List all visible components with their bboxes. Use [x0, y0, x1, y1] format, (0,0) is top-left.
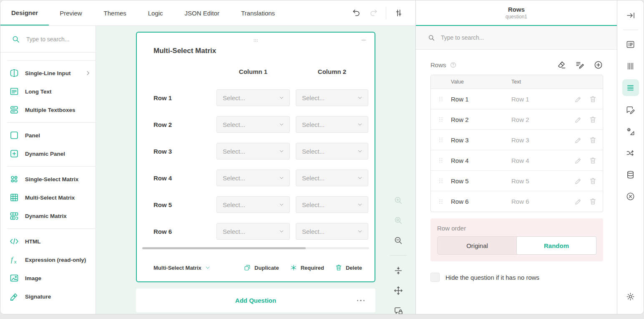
question-title[interactable]: Multi-Select Matrix: [153, 47, 375, 55]
matrix-select-dropdown[interactable]: Select...: [296, 223, 368, 240]
edit-in-text-icon[interactable]: [575, 60, 585, 70]
matrix-select-dropdown[interactable]: Select...: [216, 116, 290, 133]
drag-handle-icon[interactable]: [251, 36, 260, 45]
fit-page-icon[interactable]: [393, 265, 404, 276]
toolbox-item-multiple-textboxes[interactable]: Multiple Textboxes: [0, 101, 96, 119]
collapse-question-icon[interactable]: [359, 35, 369, 45]
validation-icon[interactable]: [622, 188, 639, 205]
general-icon[interactable]: [622, 36, 639, 53]
pan-icon[interactable]: [393, 285, 404, 296]
duplicate-button[interactable]: Duplicate: [244, 264, 279, 271]
toolbox-item-panel[interactable]: Panel: [0, 126, 96, 144]
row-text[interactable]: Row 4: [511, 157, 574, 164]
drag-handle-icon[interactable]: [431, 156, 451, 165]
toolbox-search[interactable]: Type to search...: [0, 26, 96, 53]
data-icon[interactable]: [622, 166, 639, 183]
question-card[interactable]: Multi-Select Matrix Column 1 Column 2 Ro…: [136, 32, 375, 282]
row-value[interactable]: Row 1: [451, 96, 511, 103]
clear-icon[interactable]: [556, 60, 566, 70]
matrix-select-dropdown[interactable]: Select...: [216, 170, 290, 186]
edit-pencil-icon[interactable]: [574, 177, 582, 185]
edit-pencil-icon[interactable]: [574, 136, 582, 144]
matrix-select-dropdown[interactable]: Select...: [296, 196, 368, 213]
scrollbar-thumb[interactable]: [142, 247, 306, 249]
tab-preview[interactable]: Preview: [49, 0, 93, 25]
hide-question-checkbox[interactable]: [430, 273, 440, 282]
collapse-panel-icon[interactable]: [622, 7, 639, 24]
lock-questions-icon[interactable]: [393, 305, 404, 314]
tab-logic[interactable]: Logic: [137, 0, 174, 25]
redo-icon[interactable]: [365, 5, 382, 21]
toolbox-item-expression[interactable]: fx Expression (read-only): [0, 251, 96, 269]
toolbox-item-dynamic-panel[interactable]: Dynamic Panel: [0, 144, 96, 163]
columns-icon[interactable]: [622, 58, 639, 74]
zoom-in-icon[interactable]: [393, 195, 404, 205]
drag-handle-icon[interactable]: [431, 177, 451, 185]
tab-designer[interactable]: Designer: [0, 0, 49, 25]
matrix-select-dropdown[interactable]: Select...: [296, 89, 368, 106]
zoom-actual-icon[interactable]: [393, 215, 404, 225]
toolbox-item-single-line-input[interactable]: Single-Line Input: [0, 64, 96, 82]
row-value[interactable]: Row 2: [451, 116, 511, 123]
row-text[interactable]: Row 6: [511, 198, 574, 205]
edit-pencil-icon[interactable]: [574, 157, 582, 165]
row-text[interactable]: Row 1: [511, 96, 574, 103]
zoom-out-icon[interactable]: [393, 235, 404, 246]
tab-themes[interactable]: Themes: [93, 0, 137, 25]
toolbox-item-image[interactable]: Image: [0, 269, 96, 287]
property-search[interactable]: Type to search...: [416, 26, 617, 50]
cells-icon[interactable]: [622, 101, 639, 118]
delete-button[interactable]: Delete: [335, 264, 362, 271]
matrix-select-dropdown[interactable]: Select...: [296, 170, 368, 186]
tab-json-editor[interactable]: JSON Editor: [174, 0, 230, 25]
row-text[interactable]: Row 2: [511, 116, 574, 123]
chevron-right-icon[interactable]: [85, 70, 91, 76]
row-value[interactable]: Row 4: [451, 157, 511, 164]
matrix-select-dropdown[interactable]: Select...: [216, 143, 290, 160]
matrix-select-dropdown[interactable]: Select...: [216, 89, 290, 106]
row-value[interactable]: Row 5: [451, 177, 511, 185]
settings-gear-icon[interactable]: [622, 288, 639, 305]
matrix-select-dropdown[interactable]: Select...: [296, 116, 368, 133]
toolbox-item-dynamic-matrix[interactable]: Dynamic Matrix: [0, 207, 96, 225]
toolbox-item-long-text[interactable]: Long Text: [0, 82, 96, 101]
required-button[interactable]: Required: [290, 264, 324, 271]
row-order-original-button[interactable]: Original: [438, 237, 517, 254]
rows-icon[interactable]: [622, 79, 639, 96]
row-text[interactable]: Row 5: [511, 177, 574, 185]
layout-icon[interactable]: [622, 123, 639, 139]
add-icon[interactable]: [593, 60, 603, 70]
toolbox-item-html[interactable]: HTML: [0, 232, 96, 251]
row-order-random-button[interactable]: Random: [516, 236, 596, 255]
trash-icon[interactable]: [589, 177, 597, 185]
matrix-select-dropdown[interactable]: Select...: [216, 196, 290, 213]
add-question-button[interactable]: Add Question: [136, 289, 375, 312]
matrix-select-dropdown[interactable]: Select...: [296, 143, 368, 160]
drag-handle-icon[interactable]: [431, 95, 451, 103]
row-value[interactable]: Row 3: [451, 137, 511, 144]
help-icon[interactable]: [450, 61, 457, 68]
logic-icon[interactable]: [622, 144, 639, 161]
row-text[interactable]: Row 3: [511, 137, 574, 144]
trash-icon[interactable]: [589, 116, 597, 124]
matrix-select-dropdown[interactable]: Select...: [216, 223, 290, 240]
drag-handle-icon[interactable]: [431, 115, 451, 124]
trash-icon[interactable]: [589, 95, 597, 103]
edit-pencil-icon[interactable]: [574, 197, 582, 205]
undo-icon[interactable]: [348, 5, 365, 21]
row-value[interactable]: Row 6: [451, 198, 511, 205]
trash-icon[interactable]: [589, 197, 597, 205]
drag-handle-icon[interactable]: [431, 197, 451, 206]
toolbox-item-single-select-matrix[interactable]: Single-Select Matrix: [0, 170, 96, 188]
tab-translations[interactable]: Translations: [230, 0, 286, 25]
horizontal-scrollbar[interactable]: [142, 247, 369, 249]
trash-icon[interactable]: [589, 136, 597, 144]
drag-handle-icon[interactable]: [431, 136, 451, 144]
settings-sliders-icon[interactable]: [390, 5, 407, 21]
edit-pencil-icon[interactable]: [574, 95, 582, 103]
add-question-menu-dots-icon[interactable]: [357, 300, 365, 301]
toolbox-item-multi-select-matrix[interactable]: Multi-Select Matrix: [0, 188, 96, 207]
toolbox-item-signature[interactable]: Signature: [0, 287, 96, 306]
edit-pencil-icon[interactable]: [574, 116, 582, 124]
question-type-selector[interactable]: Multi-Select Matrix: [153, 265, 211, 271]
